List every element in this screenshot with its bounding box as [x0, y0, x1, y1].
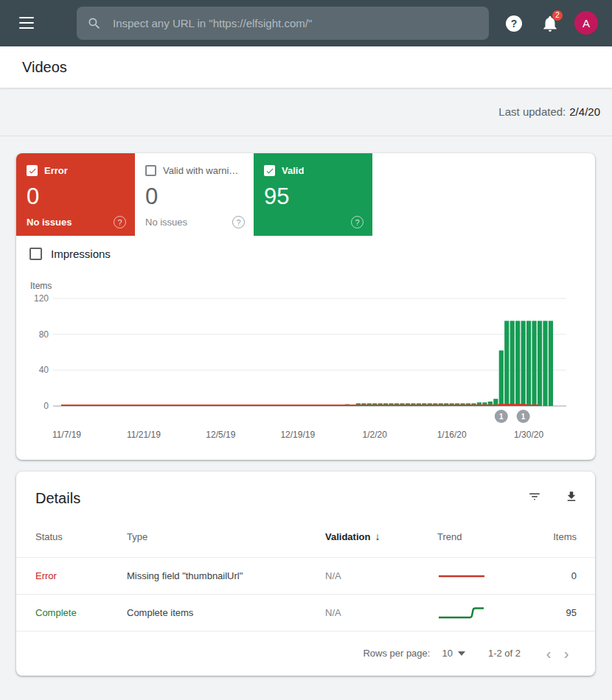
table-row[interactable]: Complete Complete items N/A 95	[16, 595, 595, 631]
help-icon[interactable]: ?	[506, 15, 522, 32]
next-page-button[interactable]: ›	[557, 645, 575, 662]
impressions-label: Impressions	[51, 248, 111, 260]
status-boxes: Error 0 No issues ? Valid with warnin… 0…	[16, 153, 595, 236]
valid-checkbox[interactable]	[264, 165, 275, 176]
svg-text:1/30/20: 1/30/20	[514, 430, 543, 440]
details-card: Details Status Type Validation↓ Trend It…	[16, 472, 595, 676]
svg-text:120: 120	[34, 293, 49, 304]
row-status: Complete	[35, 607, 127, 618]
help-icon[interactable]: ?	[114, 216, 126, 228]
search-input[interactable]: Inspect any URL in "https://elfsight.com…	[77, 7, 489, 40]
column-type[interactable]: Type	[127, 531, 325, 542]
help-icon[interactable]: ?	[351, 216, 364, 228]
impressions-checkbox[interactable]	[29, 248, 42, 260]
check-icon	[28, 167, 37, 175]
column-trend[interactable]: Trend	[437, 531, 540, 542]
status-box-subtext: No issues	[27, 217, 72, 228]
status-box-valid[interactable]: Valid 95 ?	[254, 153, 372, 236]
rows-per-page-label: Rows per page:	[363, 648, 430, 659]
status-box-label: Error	[44, 165, 68, 176]
svg-text:1: 1	[521, 413, 526, 421]
svg-text:80: 80	[39, 329, 49, 340]
table-pagination: Rows per page: 10 1-2 of 2 ‹ ›	[16, 631, 595, 675]
svg-text:1/16/20: 1/16/20	[437, 430, 467, 440]
status-box-warning[interactable]: Valid with warnin… 0 No issues ?	[135, 153, 254, 236]
row-status: Error	[35, 570, 127, 581]
svg-text:0: 0	[44, 401, 49, 411]
svg-text:40: 40	[39, 365, 49, 375]
svg-text:1/2/20: 1/2/20	[363, 430, 388, 440]
svg-text:1: 1	[499, 413, 504, 421]
filter-icon[interactable]	[527, 489, 542, 504]
details-title: Details	[35, 490, 80, 507]
column-validation[interactable]: Validation↓	[325, 531, 437, 542]
search-icon	[87, 16, 102, 31]
trend-sparkline-flat	[437, 570, 486, 583]
status-box-value: 0	[145, 183, 243, 210]
download-icon[interactable]	[564, 489, 579, 504]
top-app-bar: Inspect any URL in "https://elfsight.com…	[0, 0, 612, 46]
details-table-header: Status Type Validation↓ Trend Items	[16, 516, 595, 558]
notification-badge: 2	[552, 10, 563, 21]
status-box-subtext: No issues	[145, 217, 187, 228]
svg-text:12/19/19: 12/19/19	[280, 430, 315, 440]
status-box-label: Valid	[282, 165, 304, 176]
last-updated-label: Last updated:	[498, 105, 566, 118]
status-box-label: Valid with warnin…	[163, 165, 243, 176]
svg-text:Items: Items	[30, 281, 52, 291]
pagination-range: 1-2 of 2	[488, 648, 521, 659]
search-placeholder: Inspect any URL in "https://elfsight.com…	[113, 17, 312, 29]
avatar[interactable]: A	[574, 11, 598, 35]
menu-icon[interactable]	[19, 17, 34, 29]
row-type: Missing field "thumbnailUrl"	[127, 570, 325, 581]
error-checkbox[interactable]	[27, 165, 38, 176]
status-box-value: 95	[264, 183, 362, 210]
check-icon	[265, 167, 274, 175]
rows-per-page-value[interactable]: 10	[442, 648, 452, 659]
page-title-bar: Videos	[0, 46, 612, 88]
table-row[interactable]: Error Missing field "thumbnailUrl" N/A 0	[16, 558, 595, 595]
report-summary-card: Error 0 No issues ? Valid with warnin… 0…	[16, 153, 595, 460]
column-status[interactable]: Status	[35, 531, 127, 542]
last-updated-row: Last updated: 2/4/20	[0, 88, 612, 136]
row-items: 95	[540, 607, 577, 618]
column-items[interactable]: Items	[540, 531, 577, 542]
sort-desc-icon: ↓	[375, 531, 380, 542]
help-icon[interactable]: ?	[232, 216, 245, 228]
last-updated-value: 2/4/20	[569, 105, 600, 118]
row-validation: N/A	[325, 570, 437, 581]
page-title: Videos	[22, 46, 612, 88]
row-items: 0	[540, 570, 577, 581]
svg-text:11/21/19: 11/21/19	[127, 430, 161, 440]
status-box-value: 0	[27, 183, 125, 210]
svg-text:12/5/19: 12/5/19	[206, 430, 235, 440]
notifications-icon[interactable]: 2	[540, 14, 560, 33]
svg-text:11/7/19: 11/7/19	[52, 430, 81, 440]
warning-checkbox[interactable]	[145, 165, 156, 176]
status-box-error[interactable]: Error 0 No issues ?	[16, 153, 135, 236]
items-chart: Items040801201111/7/1911/21/1912/5/1912/…	[16, 276, 595, 447]
prev-page-button[interactable]: ‹	[540, 645, 557, 662]
rows-per-page-dropdown-icon[interactable]	[458, 651, 465, 656]
impressions-toggle[interactable]: Impressions	[29, 248, 111, 260]
trend-sparkline-step-up	[437, 606, 486, 620]
row-validation: N/A	[325, 607, 437, 618]
row-type: Complete items	[127, 607, 325, 618]
